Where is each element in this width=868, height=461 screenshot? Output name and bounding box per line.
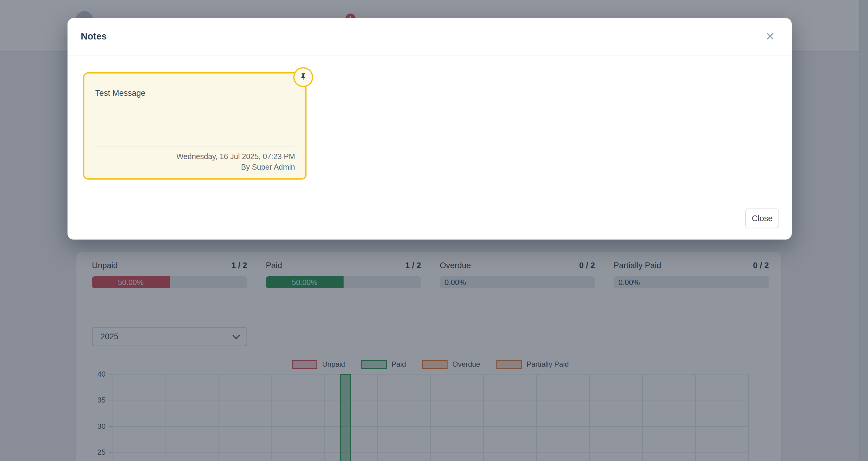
- modal-title: Notes: [81, 31, 107, 42]
- note-timestamp: Wednesday, 16 Jul 2025, 07:23 PM: [176, 151, 295, 162]
- note-card: Test Message Wednesday, 16 Jul 2025, 07:…: [83, 72, 307, 180]
- modal-header: Notes ✕: [67, 18, 792, 56]
- pin-button[interactable]: [293, 67, 313, 87]
- close-button[interactable]: Close: [745, 209, 779, 228]
- close-icon[interactable]: ✕: [763, 30, 777, 43]
- notes-modal: Notes ✕ Test Message Wednesday, 16 Jul 2…: [67, 18, 792, 240]
- note-message: Test Message: [95, 89, 146, 98]
- note-divider: [95, 146, 295, 147]
- pushpin-icon: [299, 72, 308, 82]
- note-author: By Super Admin: [176, 162, 295, 172]
